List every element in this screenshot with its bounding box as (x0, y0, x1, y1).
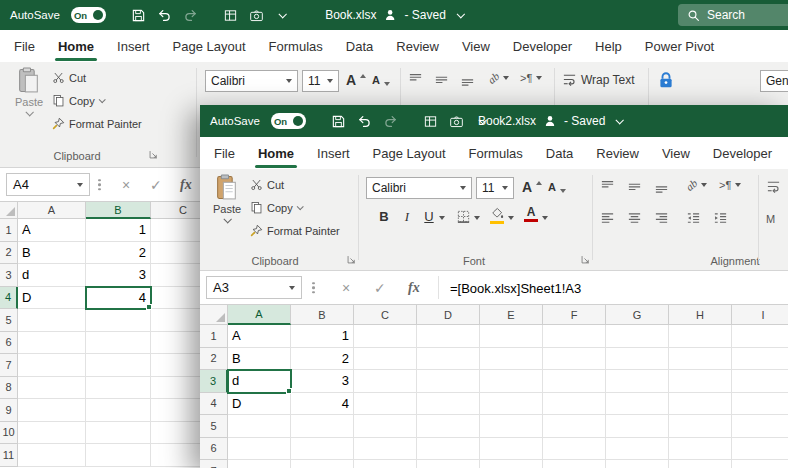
cell-B4[interactable]: 4 (291, 393, 354, 416)
column-header-B[interactable]: B (291, 305, 354, 325)
merge-center-icon[interactable]: M (766, 213, 775, 225)
cancel-icon[interactable]: × (122, 177, 130, 193)
cell-F7[interactable] (543, 460, 606, 468)
name-box[interactable]: A3 (206, 276, 302, 299)
row-header-7[interactable]: 7 (200, 460, 228, 468)
font-color-button[interactable]: A (524, 207, 538, 222)
text-direction-button[interactable]: >¶ (719, 179, 741, 191)
cell-B3[interactable]: 3 (86, 264, 151, 287)
cell-A3[interactable]: d (18, 264, 86, 287)
tab-insert[interactable]: Insert (117, 39, 150, 54)
cell-G6[interactable] (606, 438, 669, 461)
cell-B5[interactable] (291, 415, 354, 438)
tab-help[interactable]: Help (595, 39, 622, 54)
cell-C2[interactable] (354, 348, 417, 371)
italic-button[interactable]: I (399, 209, 415, 225)
underline-chevron-icon[interactable] (439, 216, 445, 220)
cell-H1[interactable] (669, 325, 732, 348)
cell-B5[interactable] (86, 309, 151, 332)
autosave-toggle[interactable]: On (71, 7, 106, 23)
column-header-H[interactable]: H (669, 305, 732, 325)
fill-color-chevron-icon[interactable] (508, 216, 514, 220)
paste-button[interactable]: Paste (8, 67, 50, 116)
row-header-1[interactable]: 1 (200, 325, 228, 348)
cell-I3[interactable] (732, 370, 788, 393)
tab-review[interactable]: Review (596, 146, 639, 161)
select-all-button[interactable] (0, 202, 18, 219)
number-format-combo[interactable]: General (760, 70, 788, 92)
row-header-5[interactable]: 5 (0, 309, 18, 332)
cell-C6[interactable] (354, 438, 417, 461)
font-name-combo[interactable]: Calibri (205, 70, 298, 92)
cancel-icon[interactable]: × (342, 280, 350, 296)
formula-input[interactable]: =[Book.xlsx]Sheet1!A3 (450, 280, 581, 295)
increase-indent-icon[interactable] (713, 211, 728, 226)
cell-D6[interactable] (417, 438, 480, 461)
orientation-button[interactable]: ab (686, 179, 707, 191)
fill-handle[interactable] (286, 388, 292, 394)
column-header-E[interactable]: E (480, 305, 543, 325)
cell-C5[interactable] (354, 415, 417, 438)
cell-G2[interactable] (606, 348, 669, 371)
fill-handle[interactable] (146, 304, 152, 310)
format-painter-button[interactable]: Format Painter (52, 117, 142, 130)
undo-icon[interactable] (157, 8, 172, 23)
tab-power-pivot[interactable]: Power Pivot (645, 39, 714, 54)
cell-A4[interactable]: D (228, 393, 291, 416)
cell-G4[interactable] (606, 393, 669, 416)
clipboard-dialog-launcher-icon[interactable] (346, 254, 357, 265)
cell-E7[interactable] (480, 460, 543, 468)
borders-icon[interactable] (456, 209, 471, 224)
cell-D4[interactable] (417, 393, 480, 416)
cell-D7[interactable] (417, 460, 480, 468)
cell-B8[interactable] (86, 377, 151, 400)
cell-G5[interactable] (606, 415, 669, 438)
cell-H3[interactable] (669, 370, 732, 393)
cell-A6[interactable] (18, 332, 86, 355)
cell-C1[interactable] (354, 325, 417, 348)
tab-view[interactable]: View (662, 146, 690, 161)
cell-B7[interactable] (291, 460, 354, 468)
row-header-4[interactable]: 4 (0, 287, 18, 310)
sensitivity-lock-icon[interactable] (656, 70, 676, 90)
row-header-2[interactable]: 2 (200, 348, 228, 371)
borders-chevron-icon[interactable] (474, 216, 480, 220)
cell-A2[interactable]: B (18, 242, 86, 265)
column-header-F[interactable]: F (543, 305, 606, 325)
cell-A7[interactable] (228, 460, 291, 468)
row-header-3[interactable]: 3 (200, 370, 228, 393)
copy-button[interactable]: Copy (52, 94, 104, 107)
cell-E1[interactable] (480, 325, 543, 348)
tab-insert[interactable]: Insert (317, 146, 350, 161)
row-header-1[interactable]: 1 (0, 219, 18, 242)
cell-B2[interactable]: 2 (291, 348, 354, 371)
bold-button[interactable]: B (376, 209, 392, 224)
align-right-icon[interactable] (654, 211, 669, 226)
cell-B7[interactable] (86, 354, 151, 377)
tab-home[interactable]: Home (258, 146, 294, 161)
cell-A11[interactable] (18, 444, 86, 467)
font-size-combo[interactable]: 11 (476, 177, 514, 199)
search-box[interactable]: Search (678, 4, 788, 26)
cell-I7[interactable] (732, 460, 788, 468)
cell-H6[interactable] (669, 438, 732, 461)
copy-button[interactable]: Copy (250, 201, 302, 214)
cell-H4[interactable] (669, 393, 732, 416)
cell-E2[interactable] (480, 348, 543, 371)
row-header-5[interactable]: 5 (200, 415, 228, 438)
cell-E5[interactable] (480, 415, 543, 438)
cell-C4[interactable] (354, 393, 417, 416)
align-top-icon[interactable] (408, 72, 423, 87)
row-header-6[interactable]: 6 (0, 332, 18, 355)
cell-I6[interactable] (732, 438, 788, 461)
enter-icon[interactable]: ✓ (374, 280, 386, 296)
camera-icon[interactable] (249, 8, 264, 23)
cell-E3[interactable] (480, 370, 543, 393)
cell-B9[interactable] (86, 399, 151, 422)
enter-icon[interactable]: ✓ (150, 177, 162, 193)
paste-button[interactable]: Paste (206, 174, 248, 223)
cell-B2[interactable]: 2 (86, 242, 151, 265)
tab-data[interactable]: Data (346, 39, 373, 54)
document-title[interactable]: Book.xlsx (325, 8, 376, 22)
row-header-8[interactable]: 8 (0, 377, 18, 400)
